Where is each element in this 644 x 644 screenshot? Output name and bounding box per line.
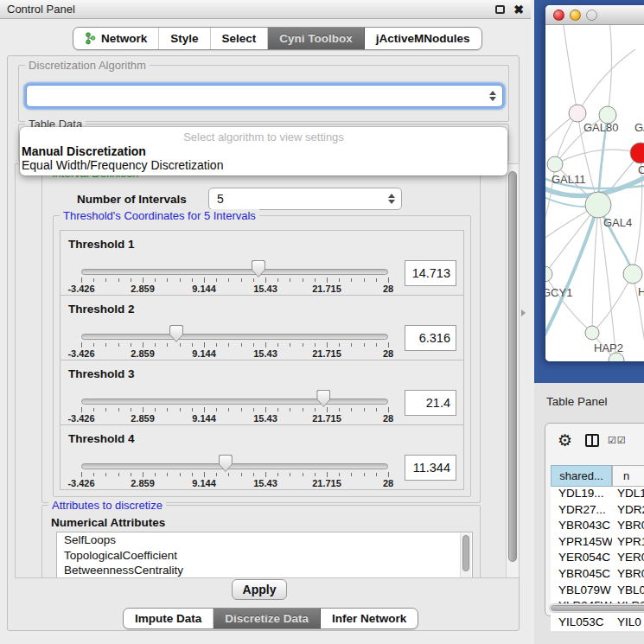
- threshold-value-field[interactable]: 14.713: [405, 260, 456, 286]
- tick-mark: [180, 473, 181, 476]
- tick-mark: [315, 343, 316, 347]
- network-node[interactable]: [630, 143, 644, 163]
- tick-mark: [118, 343, 119, 347]
- network-node-h[interactable]: [623, 265, 642, 284]
- tick-label: 9.144: [192, 478, 216, 488]
- apply-button[interactable]: Apply: [232, 579, 287, 600]
- tick-mark: [241, 278, 242, 282]
- numerical-attributes-list[interactable]: SelfLoopsTopologicalCoefficientBetweenne…: [56, 532, 473, 578]
- tab-jactivemnodules[interactable]: jActiveMNodules: [365, 28, 481, 49]
- table-panel-title: Table Panel: [546, 395, 608, 408]
- tick-mark: [216, 278, 217, 282]
- threshold-slider-track[interactable]: [81, 269, 388, 275]
- threshold-value-field[interactable]: 21.4: [405, 390, 456, 416]
- network-node-gcy1[interactable]: [545, 266, 552, 282]
- tick-mark: [376, 473, 377, 476]
- table-column-header-1[interactable]: n: [612, 465, 644, 487]
- settings-gear-icon[interactable]: ⚙: [558, 430, 572, 450]
- tab-network[interactable]: Network: [73, 28, 159, 49]
- network-edge[interactable]: [545, 205, 598, 347]
- table-cell: YBR0: [612, 519, 644, 535]
- table-header-row: shared...n: [551, 465, 644, 487]
- threshold-slider-thumb[interactable]: [219, 455, 233, 472]
- column-layout-icon[interactable]: [585, 434, 599, 447]
- table-horizontal-scrollbar-thumb[interactable]: [551, 605, 644, 611]
- table-row[interactable]: YDL19...YDL1: [551, 487, 644, 503]
- network-node-gal4[interactable]: [585, 192, 611, 218]
- table-row[interactable]: YER054CYER0: [551, 551, 644, 567]
- algorithm-select[interactable]: [26, 85, 503, 107]
- tab-label: Impute Data: [135, 612, 201, 625]
- table-cell: YDR2: [612, 503, 644, 520]
- tick-mark: [303, 343, 303, 347]
- tick-mark: [364, 473, 365, 476]
- attributes-scrollbar[interactable]: [460, 533, 471, 578]
- attributes-scrollbar-thumb[interactable]: [462, 535, 469, 571]
- float-window-icon[interactable]: [495, 5, 505, 14]
- threshold-value-field[interactable]: 11.344: [405, 455, 456, 481]
- dropdown-option-equal-width-frequency-discretization[interactable]: Equal Width/Frequency Discretization: [20, 158, 507, 172]
- node-label-hap2: HAP2: [594, 341, 623, 354]
- table-cell: YIL053C: [551, 615, 612, 632]
- threshold-slider-thumb[interactable]: [316, 390, 330, 407]
- number-of-intervals-select[interactable]: 5: [208, 188, 402, 210]
- network-edge[interactable]: [608, 25, 612, 115]
- select-columns-icon[interactable]: ☑☑: [608, 435, 627, 446]
- tab-style[interactable]: Style: [159, 28, 210, 49]
- network-edge[interactable]: [577, 49, 635, 113]
- network-node-gal80[interactable]: [569, 105, 586, 122]
- table-cell: YDL1: [612, 487, 644, 503]
- attribute-item-selfloops[interactable]: SelfLoops: [57, 532, 472, 548]
- tick-mark: [327, 472, 328, 477]
- network-node-gal11[interactable]: [547, 156, 563, 172]
- tick-mark: [265, 277, 266, 283]
- dropdown-option-manual-discretization[interactable]: Manual Discretization: [20, 144, 507, 158]
- threshold-value-field[interactable]: 6.316: [405, 325, 456, 351]
- attribute-item-topologicalcoefficient[interactable]: TopologicalCoefficient: [57, 548, 472, 564]
- tick-mark: [327, 277, 328, 283]
- threshold-slider-track[interactable]: [81, 463, 388, 469]
- tick-mark: [180, 278, 181, 282]
- table-row[interactable]: YBL079WYBL0: [551, 583, 644, 600]
- interval-definition-group: Interval Definition Number of Intervals …: [41, 173, 481, 503]
- table-horizontal-scrollbar[interactable]: [549, 603, 644, 613]
- network-canvas[interactable]: GAL80GAGAL11CGAL4GCY1HHAP2: [545, 25, 644, 361]
- tab-infer-network[interactable]: Infer Network: [321, 609, 418, 628]
- network-view-window[interactable]: GAL80GAGAL11CGAL4GCY1HHAP2: [545, 5, 644, 361]
- tab-cyni-toolbox[interactable]: Cyni Toolbox: [268, 28, 365, 49]
- threshold-slider-track[interactable]: [81, 334, 388, 340]
- table-column-header-0[interactable]: shared...: [551, 465, 612, 487]
- tab-select[interactable]: Select: [211, 28, 269, 49]
- table-row[interactable]: YBR043CYBR0: [551, 519, 644, 535]
- tick-mark: [277, 343, 278, 347]
- threshold-label: Threshold 4: [68, 432, 135, 445]
- table-row[interactable]: YIL053CYIL0: [551, 615, 644, 632]
- table-row[interactable]: YPR145WYPR1: [551, 535, 644, 552]
- network-edge[interactable]: [555, 150, 641, 164]
- network-node-hap2[interactable]: [585, 326, 599, 340]
- tick-mark: [118, 408, 119, 411]
- tab-discretize-data[interactable]: Discretize Data: [214, 609, 321, 628]
- table-row[interactable]: YBR045CYBR0: [551, 567, 644, 583]
- settings-scrollbar-thumb[interactable]: [508, 171, 517, 562]
- tick-mark: [351, 278, 352, 282]
- network-edge[interactable]: [563, 25, 577, 113]
- threshold-slider-track[interactable]: [81, 399, 388, 405]
- settings-scrollbar[interactable]: [506, 164, 519, 577]
- splitter-collapse-handle[interactable]: [521, 309, 526, 316]
- tick-mark: [364, 408, 365, 411]
- close-icon[interactable]: ✖: [513, 3, 524, 16]
- threshold-slider-thumb[interactable]: [252, 260, 265, 277]
- tick-mark: [315, 473, 316, 476]
- table-row[interactable]: YDR27...YDR2: [551, 503, 644, 520]
- close-traffic-light-icon[interactable]: [553, 10, 564, 21]
- zoom-traffic-light-icon[interactable]: [586, 10, 597, 21]
- minimize-traffic-light-icon[interactable]: [570, 10, 581, 21]
- tab-impute-data[interactable]: Impute Data: [124, 609, 214, 628]
- tick-mark: [253, 473, 254, 476]
- tick-label: 15.43: [253, 348, 277, 359]
- threshold-slider-thumb[interactable]: [169, 325, 183, 342]
- attribute-item-betweennesscentrality[interactable]: BetweennessCentrality: [57, 563, 472, 578]
- combo-stepper-icon: [489, 91, 496, 101]
- tick-label: -3.426: [67, 284, 94, 294]
